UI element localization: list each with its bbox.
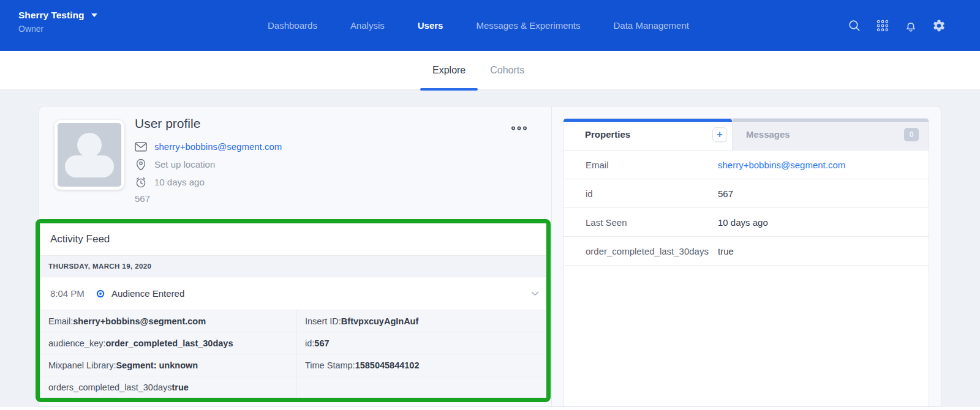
nav-messages-experiments[interactable]: Messages & Experiments [476, 20, 580, 31]
tab-messages-label: Messages [746, 129, 790, 140]
detail-label: Insert ID: [305, 316, 341, 326]
audience-entered-icon [96, 289, 105, 298]
tab-explore[interactable]: Explore [420, 51, 478, 90]
table-row: order_completed_last_30days true [564, 237, 929, 266]
tab-properties[interactable]: Properties + [564, 119, 733, 150]
search-icon[interactable] [848, 19, 861, 32]
property-label: Last Seen [586, 217, 718, 228]
last-seen-clock-icon [135, 176, 147, 188]
page-bottom-strip [0, 407, 980, 410]
tab-cohorts[interactable]: Cohorts [478, 51, 537, 90]
event-name: Audience Entered [111, 288, 184, 299]
detail-value: sherry+bobbins@segment.com [73, 316, 206, 326]
apps-grid-icon[interactable] [876, 19, 889, 32]
activity-event-row[interactable]: 8:04 PM Audience Entered [40, 277, 546, 310]
table-row: orders_completed_last_30daystrue [40, 376, 546, 398]
chevron-down-icon [91, 13, 97, 17]
tab-messages[interactable]: Messages 0 [733, 119, 929, 150]
notifications-bell-icon[interactable] [904, 19, 918, 32]
property-value: 10 days ago [718, 217, 768, 228]
property-label: order_completed_last_30days [586, 246, 718, 256]
profile-email-link[interactable]: sherry+bobbins@segment.com [154, 141, 282, 152]
email-envelope-icon [135, 142, 147, 152]
property-value: true [718, 246, 734, 256]
page-title: User profile [135, 116, 200, 131]
table-row: id 567 [564, 179, 929, 208]
tab-properties-label: Properties [585, 129, 630, 140]
detail-label: Mixpanel Library: [48, 360, 116, 370]
properties-messages-tabs: Properties + Messages 0 [564, 119, 929, 151]
detail-value: 1585045844102 [355, 360, 420, 370]
add-property-button[interactable]: + [712, 127, 727, 142]
annotation-highlight-activity-feed: Activity Feed THURSDAY, MARCH 19, 2020 8… [36, 219, 551, 402]
detail-value: BftvpxcuyAgInAuf [341, 316, 418, 326]
nav-analysis[interactable]: Analysis [350, 20, 385, 31]
property-label: Email [586, 160, 718, 170]
avatar-placeholder-image [58, 123, 121, 187]
avatar [55, 120, 124, 190]
header-icon-group [848, 0, 946, 51]
settings-gear-icon[interactable] [932, 19, 946, 32]
workspace-switcher[interactable]: Sherry Testing Owner [18, 10, 97, 34]
nav-dashboards[interactable]: Dashboards [268, 20, 317, 31]
sub-tab-bar: Explore Cohorts [0, 51, 980, 90]
activity-feed-title: Activity Feed [40, 223, 546, 256]
profile-last-seen: 10 days ago [154, 177, 205, 187]
messages-count-badge: 0 [904, 128, 919, 141]
location-pin-icon [135, 158, 147, 171]
detail-value: 567 [314, 338, 329, 348]
set-up-location-link[interactable]: Set up location [154, 159, 215, 170]
workspace-name: Sherry Testing [18, 10, 84, 21]
nav-data-management[interactable]: Data Management [614, 20, 689, 31]
table-row: Email sherry+bobbins@segment.com [564, 151, 929, 179]
event-details-table: Email: sherry+bobbins@segment.com Insert… [40, 310, 546, 398]
top-nav-bar: Sherry Testing Owner Dashboards Analysis… [0, 0, 980, 51]
event-time: 8:04 PM [50, 288, 96, 299]
table-row: Email: sherry+bobbins@segment.com Insert… [40, 310, 546, 332]
property-label: id [586, 188, 718, 199]
properties-panel: Properties + Messages 0 Email sherry+bob… [563, 118, 929, 407]
detail-label: Email: [48, 316, 73, 326]
detail-label: Time Stamp: [305, 360, 355, 370]
detail-value: true [172, 382, 189, 392]
property-value: 567 [718, 188, 733, 199]
collapse-chevron-icon[interactable] [531, 291, 539, 296]
mixpanel-users-page: Sherry Testing Owner Dashboards Analysis… [0, 0, 980, 410]
explore-cohorts-tabs: Explore Cohorts [420, 51, 537, 90]
more-options-icon[interactable] [511, 123, 527, 134]
primary-nav: Dashboards Analysis Users Messages & Exp… [268, 0, 689, 51]
panel-divider [551, 106, 552, 406]
detail-value: Segment: unknown [116, 360, 198, 370]
activity-date-header: THURSDAY, MARCH 19, 2020 [40, 256, 546, 277]
detail-label: audience_key: [48, 338, 106, 348]
detail-value: order_completed_last_30days [106, 338, 233, 348]
nav-users[interactable]: Users [418, 20, 443, 31]
workspace-role: Owner [18, 24, 97, 34]
detail-label: orders_completed_last_30days [48, 382, 172, 392]
table-row: Last Seen 10 days ago [564, 208, 929, 237]
profile-id: 567 [135, 193, 150, 204]
table-row: audience_key: order_completed_last_30day… [40, 332, 546, 354]
detail-label: id: [305, 338, 314, 348]
property-value-email-link[interactable]: sherry+bobbins@segment.com [718, 160, 845, 170]
profile-info: sherry+bobbins@segment.com Set up locati… [135, 138, 282, 191]
table-row: Mixpanel Library: Segment: unknown Time … [40, 354, 546, 376]
